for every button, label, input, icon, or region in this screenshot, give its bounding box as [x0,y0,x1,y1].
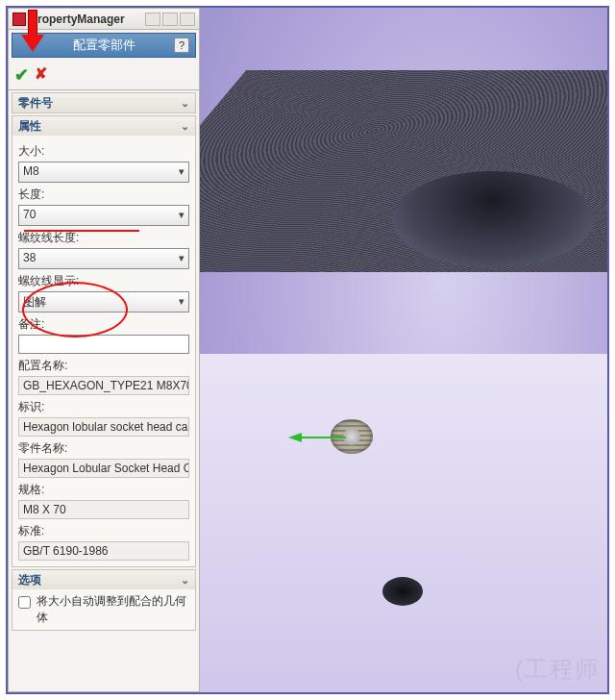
thread-display-dropdown[interactable]: 图解 [18,291,189,312]
properties-label: 属性 [18,118,41,135]
chevron-icon: ⌄ [181,574,189,587]
thread-length-dropdown[interactable]: 38 [18,248,189,269]
ok-button[interactable]: ✔ [14,64,29,86]
remark-input[interactable] [18,335,189,354]
chevron-icon: ⌄ [181,97,189,110]
manipulator-arrow[interactable] [288,433,346,442]
thread-display-value: 图解 [23,295,46,309]
standard-label: 标准: [18,523,189,539]
pm-tools [145,12,195,26]
length-dropdown[interactable]: 70 [18,205,189,226]
part-name-label: 零件名称: [18,440,189,457]
pm-title: PropertyManager [30,12,145,26]
size-dropdown[interactable]: M8 [18,162,189,183]
desc-value: Hexagon lobular socket head ca [18,417,189,437]
ok-cancel-bar: ✔ ✘ [9,61,199,90]
configure-component-label: 配置零部件 [73,37,135,54]
chevron-icon: ⌄ [181,120,189,133]
property-manager-panel: PropertyManager 配置零部件 ? ✔ ✘ 零件号 ⌄ 属性 ⌄ 大… [8,8,200,692]
thread-length-value: 38 [23,251,36,264]
spec-value: M8 X 70 [18,500,189,519]
options-label: 选项 [18,572,41,588]
section-properties-header[interactable]: 属性 ⌄ [12,116,195,136]
remark-label: 备注: [18,316,189,333]
model-front-face [200,354,607,692]
pm-tool-2[interactable] [162,12,178,26]
cancel-button[interactable]: ✘ [35,64,47,86]
spec-label: 规格: [18,482,189,498]
auto-scale-checkbox[interactable] [18,596,31,609]
auto-scale-row: 将大小自动调整到配合的几何体 [12,589,195,630]
pm-header: PropertyManager [9,9,199,30]
standard-value: GB/T 6190-1986 [18,541,189,561]
desc-label: 标识: [18,399,189,415]
part-number-label: 零件号 [18,95,53,112]
section-part-number: 零件号 ⌄ [12,92,196,113]
model-large-hole [392,171,594,267]
thread-display-label: 螺纹线显示: [18,273,189,289]
config-name-label: 配置名称: [18,358,189,374]
properties-body: 大小: M8 长度: 70 螺纹线长度: 38 螺纹线显示: 图解 备注: 配置… [12,136,195,566]
pm-tool-1[interactable] [145,12,160,26]
help-button[interactable]: ? [174,38,189,53]
configure-component-title: 配置零部件 ? [12,33,196,58]
model-small-hole [382,577,423,606]
size-value: M8 [23,164,39,178]
length-label: 长度: [18,187,189,203]
section-options-header[interactable]: 选项 ⌄ [12,570,195,589]
section-options: 选项 ⌄ 将大小自动调整到配合的几何体 [12,569,196,631]
config-name-value: GB_HEXAGON_TYPE21 M8X70- [18,376,189,395]
section-part-number-header[interactable]: 零件号 ⌄ [12,93,195,112]
auto-scale-label: 将大小自动调整到配合的几何体 [37,593,189,626]
part-name-value: Hexagon Lobular Socket Head C [18,459,189,478]
section-properties: 属性 ⌄ 大小: M8 长度: 70 螺纹线长度: 38 螺纹线显示: 图解 备… [12,115,196,567]
size-label: 大小: [18,143,189,160]
3d-viewport[interactable]: (工程师 [200,8,607,692]
thread-length-label: 螺纹线长度: [18,230,189,246]
watermark: (工程师 [515,654,600,685]
app-icon [12,12,26,26]
length-value: 70 [23,208,36,221]
pm-tool-3[interactable] [180,12,195,26]
